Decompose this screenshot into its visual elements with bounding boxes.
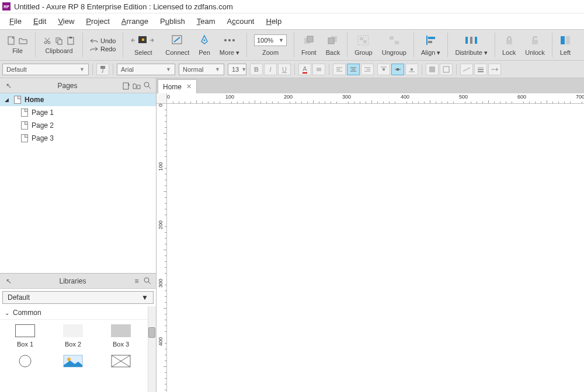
connect-tool[interactable]: Connect bbox=[161, 30, 194, 60]
menu-help[interactable]: Help bbox=[260, 15, 287, 28]
more-button[interactable]: More ▾ bbox=[215, 30, 244, 60]
tab-strip: Home ✕ bbox=[157, 78, 584, 93]
copy-icon[interactable] bbox=[54, 36, 64, 46]
library-menu-button[interactable]: ≡ bbox=[131, 276, 142, 286]
align-left-button[interactable] bbox=[333, 64, 346, 75]
menu-edit[interactable]: Edit bbox=[27, 15, 52, 28]
italic-button[interactable]: I bbox=[264, 64, 277, 75]
new-file-icon[interactable] bbox=[7, 36, 16, 46]
close-tab-icon[interactable]: ✕ bbox=[186, 83, 192, 90]
undo-button[interactable]: Undo bbox=[90, 37, 116, 44]
tab-home[interactable]: Home ✕ bbox=[158, 79, 197, 93]
svg-point-10 bbox=[204, 40, 206, 41]
ungroup-button[interactable]: Ungroup bbox=[377, 30, 411, 60]
expand-arrow-icon[interactable]: ◢ bbox=[5, 97, 11, 103]
svg-point-61 bbox=[144, 82, 149, 87]
caret-down-icon: ▼ bbox=[241, 66, 246, 72]
menu-team[interactable]: Team bbox=[191, 15, 221, 28]
style-dropdown[interactable]: Default▼ bbox=[2, 64, 89, 75]
more-text-options[interactable] bbox=[312, 64, 325, 75]
underline-button[interactable]: U bbox=[278, 64, 291, 75]
align-right-button[interactable] bbox=[361, 64, 374, 75]
separator bbox=[82, 33, 83, 57]
library-scrollbar[interactable] bbox=[148, 306, 156, 392]
cut-icon[interactable] bbox=[43, 36, 52, 46]
library-content: ⌄ Common Box 1 Box 2 Box 3 bbox=[0, 306, 156, 392]
tb-file-group[interactable]: File bbox=[2, 30, 33, 60]
canvas[interactable] bbox=[167, 104, 584, 392]
menu-view[interactable]: View bbox=[52, 15, 80, 28]
ruler-horizontal[interactable]: 0100200300400500600700 bbox=[167, 93, 584, 104]
line-color-button[interactable] bbox=[440, 64, 453, 75]
svg-rect-31 bbox=[561, 36, 565, 44]
pages-panel: ↖ Pages ◢ Home Page 1 Page 2 bbox=[0, 78, 156, 273]
pen-tool[interactable]: Pen bbox=[194, 30, 215, 60]
font-size-dropdown[interactable]: 13▼ bbox=[228, 64, 246, 75]
valign-bottom-button[interactable] bbox=[405, 64, 418, 75]
add-folder-button[interactable] bbox=[131, 80, 142, 91]
back-button[interactable]: Back bbox=[321, 30, 345, 60]
arrow-style-button[interactable] bbox=[488, 64, 501, 75]
fill-color-button[interactable] bbox=[426, 64, 439, 75]
tree-item-home[interactable]: ◢ Home bbox=[0, 93, 156, 106]
svg-rect-30 bbox=[532, 40, 538, 44]
separator bbox=[552, 33, 552, 57]
font-dropdown[interactable]: Arial▼ bbox=[117, 64, 175, 75]
align-center-button[interactable] bbox=[347, 64, 360, 75]
group-button[interactable]: Group bbox=[350, 30, 377, 60]
front-button[interactable]: Front bbox=[297, 30, 321, 60]
library-section-common[interactable]: ⌄ Common bbox=[0, 306, 156, 320]
widget-ellipse[interactable] bbox=[2, 355, 48, 371]
add-page-button[interactable] bbox=[121, 80, 131, 91]
line-width-button[interactable] bbox=[474, 64, 487, 75]
menu-arrange[interactable]: Arrange bbox=[116, 15, 154, 28]
svg-point-65 bbox=[19, 355, 31, 367]
left-button[interactable]: Left bbox=[555, 30, 576, 60]
tab-label: Home bbox=[163, 83, 182, 91]
separator bbox=[495, 33, 495, 57]
paste-icon[interactable] bbox=[66, 36, 75, 46]
font-weight-dropdown[interactable]: Normal▼ bbox=[179, 64, 224, 75]
valign-top-button[interactable] bbox=[377, 64, 390, 75]
open-file-icon[interactable] bbox=[19, 36, 28, 46]
widget-box3[interactable]: Box 3 bbox=[98, 324, 144, 348]
bold-button[interactable]: B bbox=[250, 64, 263, 75]
menu-publish[interactable]: Publish bbox=[154, 15, 191, 28]
menu-file[interactable]: File bbox=[4, 15, 27, 28]
app-icon: RP bbox=[2, 2, 11, 10]
distribute-button[interactable]: Distribute ▾ bbox=[450, 30, 492, 60]
redo-button[interactable]: Redo bbox=[90, 46, 116, 52]
align-button[interactable]: Align ▾ bbox=[416, 30, 446, 60]
widget-image[interactable] bbox=[50, 355, 96, 371]
caret-down-icon: ▼ bbox=[79, 66, 85, 72]
widget-box2[interactable]: Box 2 bbox=[50, 324, 96, 348]
tree-item-page1[interactable]: Page 1 bbox=[0, 106, 156, 119]
panel-collapse-icon[interactable]: ↖ bbox=[4, 80, 14, 91]
tree-item-page3[interactable]: Page 3 bbox=[0, 132, 156, 145]
library-scroll-thumb[interactable] bbox=[148, 327, 155, 338]
tree-item-page2[interactable]: Page 2 bbox=[0, 119, 156, 132]
tb-clipboard-group[interactable]: Clipboard bbox=[38, 30, 80, 60]
search-pages-button[interactable] bbox=[142, 80, 152, 91]
pages-panel-title: Pages bbox=[14, 82, 121, 90]
library-select-dropdown[interactable]: Default▼ bbox=[2, 291, 154, 304]
lock-button[interactable]: Lock bbox=[498, 30, 520, 60]
widget-placeholder[interactable] bbox=[98, 355, 144, 371]
select-tool[interactable]: Select bbox=[126, 30, 161, 60]
text-color-button[interactable]: A bbox=[298, 64, 311, 75]
ruler-vertical[interactable]: 0100200300400 bbox=[157, 104, 167, 392]
line-style-button[interactable] bbox=[460, 64, 473, 75]
widget-box1[interactable]: Box 1 bbox=[2, 324, 48, 348]
panel-collapse-icon[interactable]: ↖ bbox=[4, 276, 14, 286]
svg-rect-28 bbox=[475, 37, 477, 44]
valign-middle-button[interactable] bbox=[391, 64, 404, 75]
menu-account[interactable]: Account bbox=[221, 15, 260, 28]
unlock-button[interactable]: Unlock bbox=[520, 30, 550, 60]
zoom-control[interactable]: 100%▼ Zoom bbox=[249, 30, 291, 60]
zoom-select[interactable]: 100%▼ bbox=[254, 34, 287, 46]
svg-rect-51 bbox=[411, 68, 413, 71]
format-painter-button[interactable] bbox=[96, 64, 109, 75]
menu-project[interactable]: Project bbox=[80, 15, 115, 28]
tb-clipboard-label: Clipboard bbox=[45, 47, 72, 54]
search-libraries-button[interactable] bbox=[142, 276, 152, 286]
